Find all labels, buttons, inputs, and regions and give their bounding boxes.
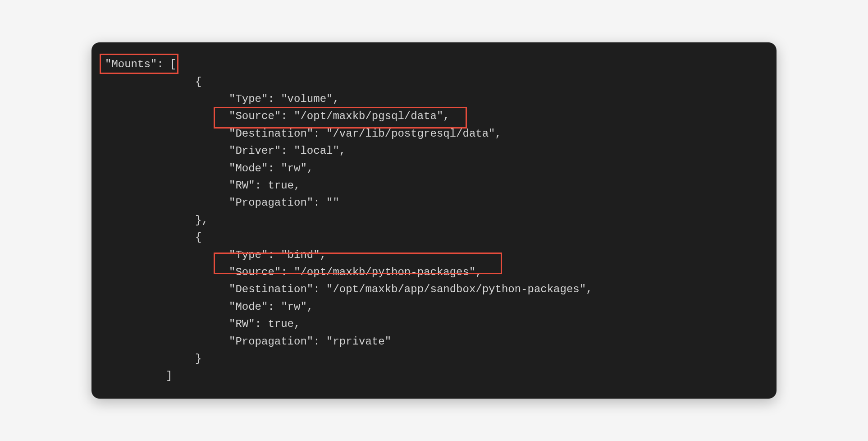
code-line-open-brace-2: { <box>105 229 763 246</box>
code-line-m1-propagation: "Propagation": "" <box>105 194 763 211</box>
code-line-m1-type: "Type": "volume", <box>105 91 763 108</box>
code-line-m1-mode: "Mode": "rw", <box>105 160 763 177</box>
code-line-close-brace-1: }, <box>105 212 763 229</box>
code-line-m2-destination: "Destination": "/opt/maxkb/app/sandbox/p… <box>105 281 763 298</box>
code-line-m2-rw: "RW": true, <box>105 316 763 333</box>
code-block: "Mounts": [ { "Type": "volume", "Source"… <box>91 42 777 398</box>
code-line-m2-propagation: "Propagation": "rprivate" <box>105 333 763 350</box>
code-line-close-bracket: ] <box>105 368 763 385</box>
code-line-m1-rw: "RW": true, <box>105 177 763 194</box>
code-line-close-brace-2: } <box>105 350 763 368</box>
code-line-m2-type: "Type": "bind", <box>105 247 763 264</box>
code-line-m1-driver: "Driver": "local", <box>105 142 763 160</box>
code-line-mounts-key: "Mounts": [ <box>105 56 763 73</box>
code-line-m2-mode: "Mode": "rw", <box>105 299 763 316</box>
code-line-m1-destination: "Destination": "/var/lib/postgresql/data… <box>105 125 763 142</box>
code-line-m2-source: "Source": "/opt/maxkb/python-packages", <box>105 264 763 281</box>
code-line-m1-source: "Source": "/opt/maxkb/pgsql/data", <box>105 108 763 125</box>
code-line-open-brace-1: { <box>105 74 763 91</box>
